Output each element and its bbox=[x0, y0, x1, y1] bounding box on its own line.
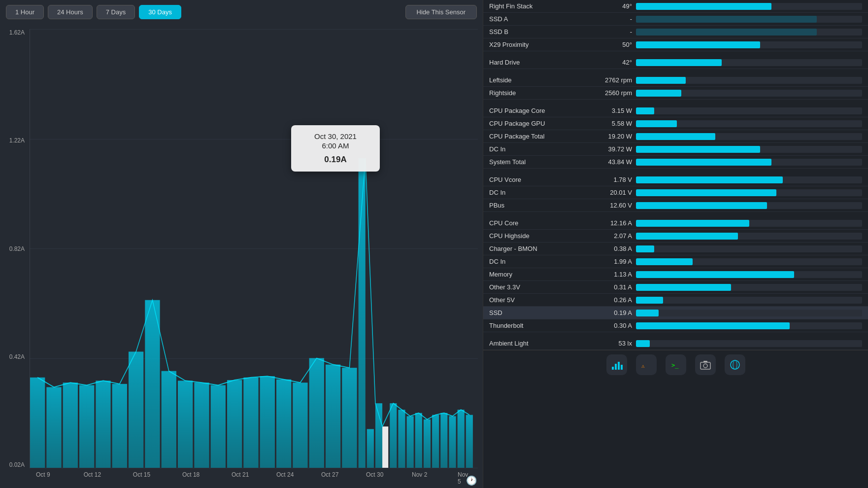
svg-rect-23 bbox=[382, 426, 388, 468]
dock-console[interactable]: ⚠️ bbox=[636, 354, 657, 375]
sensor-bar-wrap bbox=[636, 90, 862, 97]
dock-image-capture[interactable] bbox=[695, 354, 716, 375]
btn-30days[interactable]: 30 Days bbox=[139, 5, 181, 19]
hide-sensor-button[interactable]: Hide This Sensor bbox=[405, 5, 477, 19]
sensor-name-label: System Total bbox=[489, 158, 588, 166]
sensor-bar bbox=[636, 29, 817, 35]
sensor-row[interactable]: Rightside2560 rpm bbox=[483, 87, 868, 100]
svg-rect-22 bbox=[375, 403, 382, 468]
sensor-name-label: Rightside bbox=[489, 89, 588, 97]
sensor-bar bbox=[636, 146, 760, 153]
svg-rect-11 bbox=[211, 385, 226, 468]
sensor-row[interactable]: CPU Vcore1.78 V bbox=[483, 174, 868, 186]
y-axis-labels: 1.62A 1.22A 0.82A 0.42A 0.02A bbox=[0, 29, 29, 468]
sensor-group-divider bbox=[483, 100, 868, 105]
sensor-bar-wrap bbox=[636, 310, 862, 316]
chart-panel: 1 Hour 24 Hours 7 Days 30 Days Hide This… bbox=[0, 0, 483, 488]
sensor-bar-wrap bbox=[636, 258, 862, 265]
sensor-name-label: CPU Package Total bbox=[489, 133, 588, 140]
sensor-row[interactable]: Right Fin Stack49° bbox=[483, 0, 868, 13]
sensor-row[interactable]: X29 Proximity50° bbox=[483, 38, 868, 51]
x-label-oct24: Oct 24 bbox=[276, 471, 294, 478]
sensor-row[interactable]: Thunderbolt0.30 A bbox=[483, 319, 868, 332]
sensor-row[interactable]: CPU Package Core3.15 W bbox=[483, 105, 868, 117]
x-label-oct21: Oct 21 bbox=[232, 471, 249, 478]
svg-rect-3 bbox=[79, 385, 94, 468]
sensor-value-label: 2.07 A bbox=[588, 232, 632, 240]
sensor-name-label: Thunderbolt bbox=[489, 322, 588, 329]
sensor-row[interactable]: PBus12.60 V bbox=[483, 199, 868, 212]
sensor-bar bbox=[636, 202, 767, 209]
dock-terminal[interactable]: >_ bbox=[666, 354, 686, 375]
sensor-name-label: Memory bbox=[489, 271, 588, 278]
sensor-row[interactable]: CPU Package GPU5.58 W bbox=[483, 117, 868, 130]
y-label-0: 1.62A bbox=[9, 29, 25, 36]
sensor-row[interactable]: DC In20.01 V bbox=[483, 186, 868, 199]
sensor-value-label: 0.31 A bbox=[588, 283, 632, 291]
svg-rect-13 bbox=[243, 378, 258, 468]
svg-rect-1 bbox=[46, 387, 61, 468]
sensor-row[interactable]: Hard Drive42° bbox=[483, 56, 868, 69]
dock-activity-monitor[interactable] bbox=[606, 354, 627, 375]
sensor-row[interactable]: Memory1.13 A bbox=[483, 268, 868, 281]
sensor-row[interactable]: DC In39.72 W bbox=[483, 143, 868, 156]
x-axis-labels: Oct 9 Oct 12 Oct 15 Oct 18 Oct 21 Oct 24… bbox=[30, 468, 478, 488]
btn-7days[interactable]: 7 Days bbox=[97, 5, 135, 19]
svg-rect-30 bbox=[440, 413, 447, 468]
sensor-row[interactable]: SSD A- bbox=[483, 13, 868, 26]
sensor-value-label: 5.58 W bbox=[588, 120, 632, 127]
sensor-row[interactable]: Other 3.3V0.31 A bbox=[483, 281, 868, 294]
sensor-name-label: CPU Vcore bbox=[489, 176, 588, 183]
sensor-value-label: 43.84 W bbox=[588, 158, 632, 166]
svg-rect-37 bbox=[618, 362, 620, 370]
svg-rect-19 bbox=[342, 368, 357, 468]
sensor-bar bbox=[636, 310, 659, 316]
dock-marble[interactable] bbox=[725, 354, 745, 375]
svg-rect-12 bbox=[227, 380, 242, 468]
sensor-group-divider bbox=[483, 332, 868, 337]
sensor-value-label: 2560 rpm bbox=[588, 89, 632, 97]
sensor-bar bbox=[636, 90, 681, 97]
sensor-row[interactable]: CPU Highside2.07 A bbox=[483, 230, 868, 243]
sensor-name-label: DC In bbox=[489, 258, 588, 265]
btn-24hours[interactable]: 24 Hours bbox=[48, 5, 93, 19]
sensor-name-label: CPU Package GPU bbox=[489, 120, 588, 127]
svg-rect-32 bbox=[458, 410, 465, 468]
sensor-value-label: 0.26 A bbox=[588, 296, 632, 304]
sensor-bar bbox=[636, 107, 654, 114]
sensor-name-label: X29 Proximity bbox=[489, 41, 588, 48]
svg-rect-36 bbox=[615, 364, 617, 370]
svg-rect-28 bbox=[424, 419, 431, 468]
sensor-bar-wrap bbox=[636, 271, 862, 278]
sensor-bar bbox=[636, 258, 693, 265]
sensor-row[interactable]: CPU Core12.16 A bbox=[483, 217, 868, 230]
sensor-panel: Right Fin Stack49°SSD A-SSD B-X29 Proxim… bbox=[483, 0, 868, 488]
sensor-bar bbox=[636, 176, 783, 183]
sensor-bar-wrap bbox=[636, 3, 862, 10]
chart-svg bbox=[30, 29, 478, 468]
sensor-row[interactable]: DC In1.99 A bbox=[483, 255, 868, 268]
sensor-bar-wrap bbox=[636, 297, 862, 304]
sensor-row[interactable]: SSD0.19 A bbox=[483, 307, 868, 319]
sensor-bar-wrap bbox=[636, 77, 862, 84]
chart-inner[interactable]: Oct 30, 2021 6:00 AM 0.19A bbox=[30, 29, 478, 468]
sensor-row[interactable]: Ambient Light53 lx bbox=[483, 337, 868, 350]
sensor-row[interactable]: System Total43.84 W bbox=[483, 156, 868, 169]
sensor-row[interactable]: SSD B- bbox=[483, 26, 868, 38]
svg-rect-5 bbox=[112, 384, 127, 468]
btn-1hour[interactable]: 1 Hour bbox=[6, 5, 44, 19]
sensor-name-label: CPU Package Core bbox=[489, 107, 588, 114]
sensor-row[interactable]: CPU Package Total19.20 W bbox=[483, 130, 868, 143]
sensor-value-label: 0.30 A bbox=[588, 322, 632, 329]
sensor-row[interactable]: Charger - BMON0.38 A bbox=[483, 243, 868, 255]
clock-icon[interactable]: 🕐 bbox=[466, 475, 477, 486]
svg-rect-4 bbox=[96, 381, 110, 468]
sensor-row[interactable]: Leftside2762 rpm bbox=[483, 74, 868, 87]
sensor-value-label: 2762 rpm bbox=[588, 76, 632, 84]
sensor-row[interactable]: Other 5V0.26 A bbox=[483, 294, 868, 307]
sensor-value-label: - bbox=[588, 28, 632, 35]
svg-rect-26 bbox=[407, 416, 414, 468]
sensor-value-label: - bbox=[588, 15, 632, 23]
svg-rect-25 bbox=[398, 410, 405, 468]
y-label-2: 0.82A bbox=[9, 245, 25, 252]
